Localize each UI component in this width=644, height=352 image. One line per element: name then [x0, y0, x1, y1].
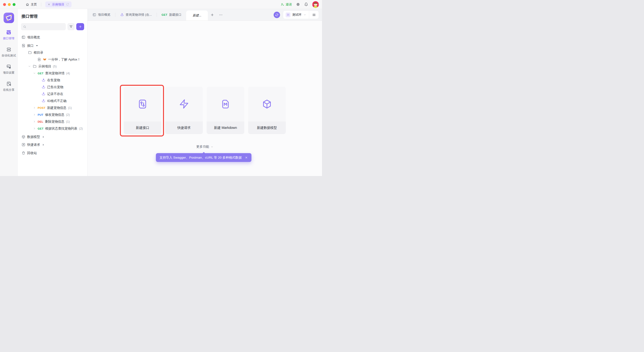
tree-item-sample-project-folder[interactable]: 示例项目 (5) — [18, 63, 88, 70]
apifox-logo[interactable] — [4, 13, 14, 23]
tree-item-label: 项目概览 — [27, 35, 40, 39]
minimize-window-button[interactable] — [8, 3, 11, 6]
item-count: (5) — [53, 64, 57, 68]
app-body: 接口管理 自动化测试 项目设置 在线分享 接口管理 — [0, 9, 322, 176]
titlebar-divider — [41, 2, 41, 6]
more-row: 更多功能 — [88, 145, 322, 149]
card-new-api[interactable]: 新建接口 — [124, 87, 161, 134]
tab-get-new-api[interactable]: GET 新建接口 — [157, 9, 186, 20]
chevron-down-icon[interactable] — [33, 72, 36, 75]
settings-button[interactable] — [296, 2, 300, 6]
home-tab[interactable]: 主页 — [26, 2, 37, 7]
tree-item-get-pet-detail[interactable]: GET 查询宠物详情 (4) — [18, 70, 88, 77]
tree-item-apis[interactable]: 接口 — [18, 42, 88, 49]
zoom-window-button[interactable] — [13, 3, 16, 6]
folder-icon — [28, 50, 32, 54]
tree-item-markdown-doc[interactable]: 一分钟，了解 Apifox！ — [18, 56, 88, 63]
layout-grid-icon — [92, 13, 96, 17]
card-icon-area — [207, 87, 244, 121]
rail-item-label: 项目设置 — [3, 71, 14, 75]
notifications-button[interactable] — [304, 2, 308, 6]
search-input[interactable] — [28, 25, 64, 28]
home-tab-label: 主页 — [31, 2, 37, 7]
sync-button[interactable] — [274, 12, 280, 18]
caret-right-icon[interactable] — [43, 136, 45, 138]
caret-right-icon[interactable] — [43, 144, 45, 146]
more-features-button[interactable]: 更多功能 — [196, 145, 214, 149]
new-tab-button[interactable] — [208, 9, 216, 20]
tree-item-get-pets-by-status[interactable]: GET 根据状态查找宠物列表 (2) — [18, 125, 88, 132]
cube-icon — [262, 99, 272, 110]
chevron-right-icon[interactable] — [33, 127, 36, 130]
chevron-right-icon[interactable] — [33, 120, 36, 123]
home-icon — [26, 2, 29, 6]
tab-project-overview[interactable]: 项目概览 — [88, 9, 115, 20]
tree-item-quick-requests[interactable]: 快捷请求 — [18, 141, 88, 148]
card-quick-request[interactable]: 快捷请求 — [165, 87, 203, 134]
search-box[interactable] — [21, 23, 66, 30]
project-tab[interactable]: 示例项目 — [45, 1, 72, 7]
invite-button[interactable]: 邀请 — [280, 2, 292, 7]
rail-item-label: 接口管理 — [3, 36, 14, 40]
rail-item-api-management[interactable]: 接口管理 — [3, 29, 14, 40]
tree-item-recycle-bin[interactable]: 回收站 — [18, 150, 88, 156]
item-count: (4) — [66, 71, 70, 75]
tab-pet-detail-case[interactable]: 查询宠物详情 (在... — [115, 9, 156, 20]
environment-menu-button[interactable] — [309, 11, 319, 19]
tree-item-put-update-pet[interactable]: PUT 修改宠物信息 (2) — [18, 111, 88, 118]
api-management-icon — [6, 29, 12, 35]
filter-button[interactable] — [68, 23, 74, 30]
method-badge: GET — [162, 13, 168, 16]
tree-item-project-overview[interactable]: 项目概览 — [18, 34, 88, 41]
environment-dropdown[interactable]: 测 测试环 — [283, 12, 309, 17]
tab-more-button[interactable] — [216, 9, 225, 20]
rail-item-online-share[interactable]: 在线分享 — [3, 81, 14, 92]
tree-item-label: 修改宠物信息 — [45, 113, 64, 117]
tree-item-label: 快捷请求 — [27, 143, 40, 147]
rail-item-project-settings[interactable]: 项目设置 — [3, 64, 14, 75]
card-label: 新建 Markdown — [207, 121, 244, 134]
caret-down-icon[interactable] — [36, 45, 38, 47]
tree-item-root-folder[interactable]: 根目录 — [18, 49, 88, 56]
tree-item-label: 接口 — [27, 43, 34, 48]
tree-item-case-not-found[interactable]: 记录不存在 — [18, 90, 88, 97]
tree-item-data-models[interactable]: 数据模型 — [18, 133, 88, 140]
card-new-data-model[interactable]: 新建数据模型 — [248, 87, 286, 134]
rail-item-automated-testing[interactable]: 自动化测试 — [2, 47, 16, 58]
card-icon-area — [124, 87, 161, 121]
tree-item-label: 根据状态查找宠物列表 — [45, 126, 78, 131]
environment-badge: 测 — [286, 12, 290, 17]
chevron-down-icon[interactable] — [28, 65, 31, 68]
chevron-right-icon[interactable] — [33, 106, 36, 109]
tab-label: 新建接口 — [169, 13, 182, 17]
card-label: 新建接口 — [124, 121, 161, 134]
tree-item-del-delete-pet[interactable]: DEL 删除宠物信息 (1) — [18, 118, 88, 125]
tree-item-case-bad-id[interactable]: ID格式不正确 — [18, 97, 88, 104]
more-features-label: 更多功能 — [196, 145, 209, 149]
tree-item-label: 新建宠物信息 — [47, 106, 66, 110]
external-link-icon[interactable] — [66, 3, 69, 6]
add-button[interactable] — [76, 23, 84, 30]
api-tree: 项目概览 接口 根目录 — [18, 34, 88, 156]
card-new-markdown[interactable]: 新建 Markdown — [207, 87, 244, 134]
chevron-right-icon[interactable] — [33, 113, 36, 116]
avatar[interactable] — [312, 1, 319, 8]
close-project-tab-icon[interactable] — [48, 3, 50, 6]
person-plus-icon — [280, 2, 284, 6]
import-hint-tooltip: 支持导入 Swagger、Postman、cURL 等 20 多种格式数据 — [156, 153, 252, 162]
tree-item-label: 记录不存在 — [47, 92, 64, 96]
tooltip-close-button[interactable] — [245, 156, 248, 159]
tree-item-case-on-sale[interactable]: 在售宠物 — [18, 77, 88, 84]
tab-new-unsaved[interactable]: 新建... — [186, 10, 208, 20]
tree-item-post-create-pet[interactable]: POST 新建宠物信息 (1) — [18, 104, 88, 111]
module-rail: 接口管理 自动化测试 项目设置 在线分享 — [0, 9, 18, 176]
method-badge: POST — [38, 106, 46, 109]
new-tab-content: 新建接口 快捷请求 新建 Markdown — [88, 21, 322, 176]
avatar-image — [312, 1, 319, 8]
close-window-button[interactable] — [3, 3, 6, 6]
hamburger-menu-icon — [312, 13, 316, 17]
tab-label: 查询宠物详情 (在... — [126, 13, 152, 17]
tree-item-case-sold[interactable]: 已售出宠物 — [18, 84, 88, 90]
tree-item-label: 在售宠物 — [47, 78, 60, 82]
rail-item-label: 在线分享 — [3, 88, 14, 92]
